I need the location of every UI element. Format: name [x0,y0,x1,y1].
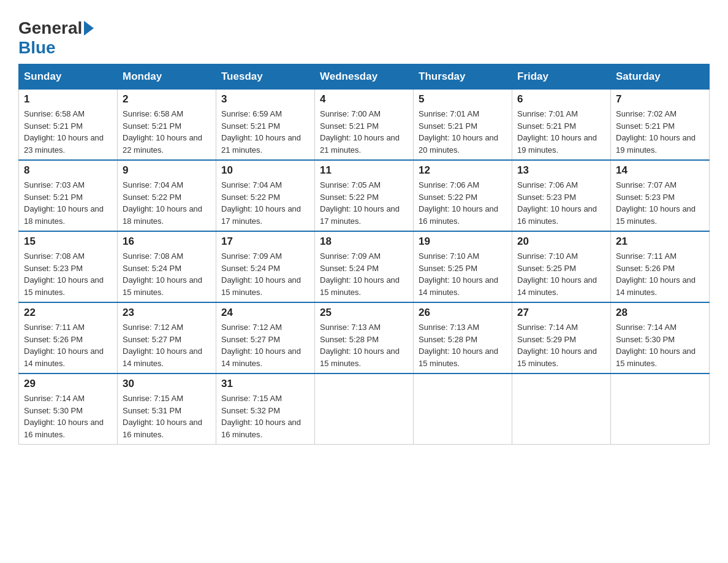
day-number: 18 [320,236,408,248]
logo-general: General [18,18,82,38]
day-number: 21 [616,236,704,248]
day-number: 14 [616,164,704,177]
day-info: Sunrise: 6:58 AMSunset: 5:21 PMDaylight:… [24,108,112,156]
day-number: 24 [221,307,309,319]
calendar-cell: 22Sunrise: 7:11 AMSunset: 5:26 PMDayligh… [19,302,118,373]
day-number: 16 [123,236,211,248]
day-info: Sunrise: 7:06 AMSunset: 5:23 PMDaylight:… [517,179,605,227]
calendar-cell: 23Sunrise: 7:12 AMSunset: 5:27 PMDayligh… [118,302,216,373]
day-number: 17 [221,236,309,248]
logo-arrow-icon [84,21,94,36]
calendar-cell: 10Sunrise: 7:04 AMSunset: 5:22 PMDayligh… [216,160,315,231]
calendar-table: SundayMondayTuesdayWednesdayThursdayFrid… [18,64,710,445]
day-info: Sunrise: 7:10 AMSunset: 5:25 PMDaylight:… [517,250,605,298]
calendar-cell: 9Sunrise: 7:04 AMSunset: 5:22 PMDaylight… [118,160,216,231]
day-info: Sunrise: 7:13 AMSunset: 5:28 PMDaylight:… [320,321,408,369]
day-info: Sunrise: 7:10 AMSunset: 5:25 PMDaylight:… [419,250,507,298]
day-info: Sunrise: 7:14 AMSunset: 5:30 PMDaylight:… [616,321,704,369]
day-info: Sunrise: 7:09 AMSunset: 5:24 PMDaylight:… [320,250,408,298]
day-number: 19 [419,236,507,248]
calendar-cell: 15Sunrise: 7:08 AMSunset: 5:23 PMDayligh… [19,231,118,302]
calendar-week-5: 29Sunrise: 7:14 AMSunset: 5:30 PMDayligh… [19,373,710,445]
header-saturday: Saturday [611,64,710,90]
day-info: Sunrise: 7:06 AMSunset: 5:22 PMDaylight:… [419,179,507,227]
day-number: 7 [616,93,704,105]
calendar-cell: 27Sunrise: 7:14 AMSunset: 5:29 PMDayligh… [512,302,611,373]
day-number: 28 [616,307,704,319]
day-info: Sunrise: 7:11 AMSunset: 5:26 PMDaylight:… [24,321,112,369]
header-friday: Friday [512,64,611,90]
header-wednesday: Wednesday [315,64,414,90]
calendar-cell [611,373,710,445]
day-number: 25 [320,307,408,319]
calendar-week-4: 22Sunrise: 7:11 AMSunset: 5:26 PMDayligh… [19,302,710,373]
calendar-cell: 19Sunrise: 7:10 AMSunset: 5:25 PMDayligh… [414,231,512,302]
calendar-cell: 6Sunrise: 7:01 AMSunset: 5:21 PMDaylight… [512,90,611,161]
day-info: Sunrise: 7:00 AMSunset: 5:21 PMDaylight:… [320,108,408,156]
day-number: 30 [123,378,211,390]
calendar-week-3: 15Sunrise: 7:08 AMSunset: 5:23 PMDayligh… [19,231,710,302]
logo: General Blue [18,12,94,58]
calendar-cell: 18Sunrise: 7:09 AMSunset: 5:24 PMDayligh… [315,231,414,302]
day-number: 12 [419,164,507,177]
day-info: Sunrise: 7:12 AMSunset: 5:27 PMDaylight:… [123,321,211,369]
day-info: Sunrise: 7:05 AMSunset: 5:22 PMDaylight:… [320,179,408,227]
calendar-cell: 21Sunrise: 7:11 AMSunset: 5:26 PMDayligh… [611,231,710,302]
day-info: Sunrise: 6:58 AMSunset: 5:21 PMDaylight:… [123,108,211,156]
day-info: Sunrise: 7:14 AMSunset: 5:29 PMDaylight:… [517,321,605,369]
calendar-cell: 12Sunrise: 7:06 AMSunset: 5:22 PMDayligh… [414,160,512,231]
calendar-cell: 30Sunrise: 7:15 AMSunset: 5:31 PMDayligh… [118,373,216,445]
day-number: 29 [24,378,112,390]
calendar-cell: 2Sunrise: 6:58 AMSunset: 5:21 PMDaylight… [118,90,216,161]
day-number: 22 [24,307,112,319]
calendar-cell: 16Sunrise: 7:08 AMSunset: 5:24 PMDayligh… [118,231,216,302]
calendar-week-1: 1Sunrise: 6:58 AMSunset: 5:21 PMDaylight… [19,90,710,161]
day-info: Sunrise: 7:01 AMSunset: 5:21 PMDaylight:… [517,108,605,156]
day-number: 20 [517,236,605,248]
day-info: Sunrise: 7:09 AMSunset: 5:24 PMDaylight:… [221,250,309,298]
calendar-cell: 3Sunrise: 6:59 AMSunset: 5:21 PMDaylight… [216,90,315,161]
day-number: 9 [123,164,211,177]
header-monday: Monday [118,64,216,90]
calendar-cell [414,373,512,445]
day-info: Sunrise: 7:01 AMSunset: 5:21 PMDaylight:… [419,108,507,156]
day-number: 13 [517,164,605,177]
day-info: Sunrise: 7:03 AMSunset: 5:21 PMDaylight:… [24,179,112,227]
calendar-cell [315,373,414,445]
day-info: Sunrise: 7:04 AMSunset: 5:22 PMDaylight:… [221,179,309,227]
calendar-cell: 7Sunrise: 7:02 AMSunset: 5:21 PMDaylight… [611,90,710,161]
logo-blue: Blue [18,38,94,58]
calendar-cell [512,373,611,445]
day-number: 26 [419,307,507,319]
day-number: 27 [517,307,605,319]
day-number: 5 [419,93,507,105]
calendar-cell: 4Sunrise: 7:00 AMSunset: 5:21 PMDaylight… [315,90,414,161]
day-info: Sunrise: 7:04 AMSunset: 5:22 PMDaylight:… [123,179,211,227]
day-number: 3 [221,93,309,105]
day-number: 8 [24,164,112,177]
calendar-cell: 8Sunrise: 7:03 AMSunset: 5:21 PMDaylight… [19,160,118,231]
logo-container: General Blue [18,18,94,58]
calendar-cell: 14Sunrise: 7:07 AMSunset: 5:23 PMDayligh… [611,160,710,231]
day-info: Sunrise: 7:07 AMSunset: 5:23 PMDaylight:… [616,179,704,227]
calendar-cell: 25Sunrise: 7:13 AMSunset: 5:28 PMDayligh… [315,302,414,373]
day-number: 2 [123,93,211,105]
calendar-header-row: SundayMondayTuesdayWednesdayThursdayFrid… [19,64,710,90]
calendar-cell: 17Sunrise: 7:09 AMSunset: 5:24 PMDayligh… [216,231,315,302]
day-number: 11 [320,164,408,177]
day-number: 1 [24,93,112,105]
calendar-cell: 1Sunrise: 6:58 AMSunset: 5:21 PMDaylight… [19,90,118,161]
day-number: 10 [221,164,309,177]
day-info: Sunrise: 6:59 AMSunset: 5:21 PMDaylight:… [221,108,309,156]
calendar-cell: 24Sunrise: 7:12 AMSunset: 5:27 PMDayligh… [216,302,315,373]
calendar-cell: 20Sunrise: 7:10 AMSunset: 5:25 PMDayligh… [512,231,611,302]
calendar-cell: 5Sunrise: 7:01 AMSunset: 5:21 PMDaylight… [414,90,512,161]
day-info: Sunrise: 7:02 AMSunset: 5:21 PMDaylight:… [616,108,704,156]
calendar-cell: 31Sunrise: 7:15 AMSunset: 5:32 PMDayligh… [216,373,315,445]
day-number: 4 [320,93,408,105]
day-info: Sunrise: 7:13 AMSunset: 5:28 PMDaylight:… [419,321,507,369]
day-info: Sunrise: 7:12 AMSunset: 5:27 PMDaylight:… [221,321,309,369]
day-info: Sunrise: 7:14 AMSunset: 5:30 PMDaylight:… [24,393,112,440]
header-thursday: Thursday [414,64,512,90]
day-info: Sunrise: 7:11 AMSunset: 5:26 PMDaylight:… [616,250,704,298]
